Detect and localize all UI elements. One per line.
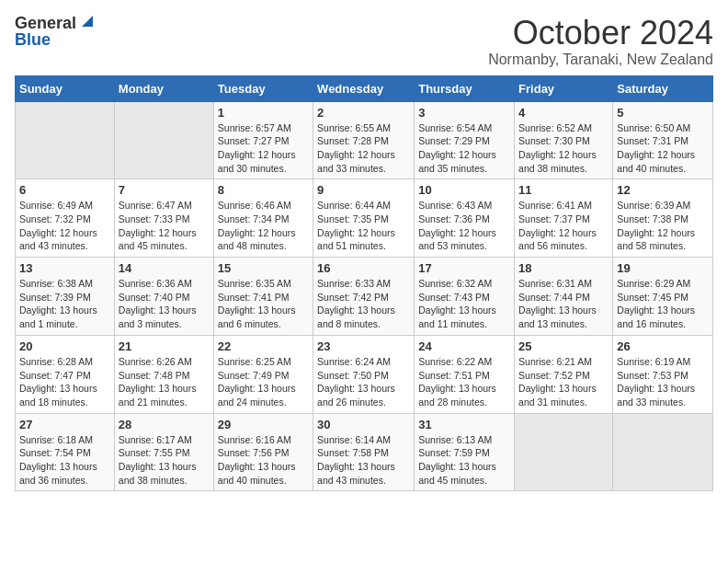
calendar-cell: 3Sunrise: 6:54 AM Sunset: 7:29 PM Daylig… xyxy=(415,101,515,179)
day-info: Sunrise: 6:22 AM Sunset: 7:51 PM Dayligh… xyxy=(418,355,510,409)
calendar-cell: 9Sunrise: 6:44 AM Sunset: 7:35 PM Daylig… xyxy=(313,179,415,258)
day-info: Sunrise: 6:24 AM Sunset: 7:50 PM Dayligh… xyxy=(317,355,410,409)
day-info: Sunrise: 6:17 AM Sunset: 7:55 PM Dayligh… xyxy=(119,433,210,488)
day-info: Sunrise: 6:36 AM Sunset: 7:40 PM Dayligh… xyxy=(119,277,210,331)
calendar-cell: 12Sunrise: 6:39 AM Sunset: 7:38 PM Dayli… xyxy=(613,179,713,258)
day-number: 9 xyxy=(317,183,410,197)
day-number: 24 xyxy=(418,339,510,353)
day-number: 11 xyxy=(518,183,609,197)
calendar-cell: 4Sunrise: 6:52 AM Sunset: 7:30 PM Daylig… xyxy=(515,101,613,179)
week-row-3: 13Sunrise: 6:38 AM Sunset: 7:39 PM Dayli… xyxy=(16,258,713,336)
header-cell-saturday: Saturday xyxy=(613,75,713,101)
day-info: Sunrise: 6:49 AM Sunset: 7:32 PM Dayligh… xyxy=(19,199,110,253)
logo-triangle-icon xyxy=(78,14,93,29)
day-info: Sunrise: 6:55 AM Sunset: 7:28 PM Dayligh… xyxy=(317,121,410,176)
day-info: Sunrise: 6:26 AM Sunset: 7:48 PM Dayligh… xyxy=(119,355,210,409)
day-info: Sunrise: 6:47 AM Sunset: 7:33 PM Dayligh… xyxy=(119,199,210,253)
calendar-cell: 17Sunrise: 6:32 AM Sunset: 7:43 PM Dayli… xyxy=(415,258,515,336)
day-number: 4 xyxy=(518,106,609,120)
day-info: Sunrise: 6:38 AM Sunset: 7:39 PM Dayligh… xyxy=(19,277,110,331)
day-number: 18 xyxy=(518,261,609,275)
day-info: Sunrise: 6:14 AM Sunset: 7:58 PM Dayligh… xyxy=(317,433,410,488)
logo-general-text: General xyxy=(15,15,76,31)
logo: General Blue xyxy=(15,15,93,49)
day-number: 2 xyxy=(317,106,410,120)
calendar-cell: 16Sunrise: 6:33 AM Sunset: 7:42 PM Dayli… xyxy=(313,258,415,336)
day-info: Sunrise: 6:28 AM Sunset: 7:47 PM Dayligh… xyxy=(19,355,110,409)
day-info: Sunrise: 6:13 AM Sunset: 7:59 PM Dayligh… xyxy=(418,433,510,488)
calendar-cell: 11Sunrise: 6:41 AM Sunset: 7:37 PM Dayli… xyxy=(515,179,613,258)
calendar-cell xyxy=(515,413,613,491)
location-subtitle: Normanby, Taranaki, New Zealand xyxy=(488,52,713,68)
header-cell-thursday: Thursday xyxy=(415,75,515,101)
page-header: General Blue October 2024 Normanby, Tara… xyxy=(15,15,713,68)
day-number: 14 xyxy=(119,261,210,275)
calendar-cell: 7Sunrise: 6:47 AM Sunset: 7:33 PM Daylig… xyxy=(114,179,213,258)
calendar-cell: 24Sunrise: 6:22 AM Sunset: 7:51 PM Dayli… xyxy=(415,335,515,413)
day-info: Sunrise: 6:39 AM Sunset: 7:38 PM Dayligh… xyxy=(617,199,709,253)
day-number: 7 xyxy=(119,183,210,197)
svg-marker-0 xyxy=(82,16,93,27)
day-number: 29 xyxy=(218,418,309,431)
header-cell-wednesday: Wednesday xyxy=(313,75,415,101)
day-number: 27 xyxy=(19,418,110,431)
calendar-cell: 23Sunrise: 6:24 AM Sunset: 7:50 PM Dayli… xyxy=(313,335,415,413)
calendar-cell: 5Sunrise: 6:50 AM Sunset: 7:31 PM Daylig… xyxy=(613,101,713,179)
calendar-cell: 22Sunrise: 6:25 AM Sunset: 7:49 PM Dayli… xyxy=(213,335,313,413)
day-info: Sunrise: 6:25 AM Sunset: 7:49 PM Dayligh… xyxy=(218,355,309,409)
day-info: Sunrise: 6:31 AM Sunset: 7:44 PM Dayligh… xyxy=(518,277,609,331)
day-info: Sunrise: 6:32 AM Sunset: 7:43 PM Dayligh… xyxy=(418,277,510,331)
day-number: 23 xyxy=(317,339,410,353)
calendar-cell: 6Sunrise: 6:49 AM Sunset: 7:32 PM Daylig… xyxy=(16,179,115,258)
day-number: 10 xyxy=(418,183,510,197)
day-info: Sunrise: 6:54 AM Sunset: 7:29 PM Dayligh… xyxy=(418,121,510,176)
day-info: Sunrise: 6:33 AM Sunset: 7:42 PM Dayligh… xyxy=(317,277,410,331)
calendar-cell: 27Sunrise: 6:18 AM Sunset: 7:54 PM Dayli… xyxy=(16,413,115,491)
title-block: October 2024 Normanby, Taranaki, New Zea… xyxy=(488,15,713,68)
calendar-cell xyxy=(613,413,713,491)
month-title: October 2024 xyxy=(488,15,713,52)
day-info: Sunrise: 6:18 AM Sunset: 7:54 PM Dayligh… xyxy=(19,433,110,488)
calendar-cell xyxy=(16,101,115,179)
day-number: 19 xyxy=(617,261,709,275)
calendar-cell: 18Sunrise: 6:31 AM Sunset: 7:44 PM Dayli… xyxy=(515,258,613,336)
calendar-cell: 19Sunrise: 6:29 AM Sunset: 7:45 PM Dayli… xyxy=(613,258,713,336)
day-number: 1 xyxy=(218,106,309,120)
calendar-cell: 26Sunrise: 6:19 AM Sunset: 7:53 PM Dayli… xyxy=(613,335,713,413)
calendar-cell: 29Sunrise: 6:16 AM Sunset: 7:56 PM Dayli… xyxy=(213,413,313,491)
day-info: Sunrise: 6:21 AM Sunset: 7:52 PM Dayligh… xyxy=(518,355,609,409)
week-row-5: 27Sunrise: 6:18 AM Sunset: 7:54 PM Dayli… xyxy=(16,413,713,491)
day-number: 22 xyxy=(218,339,309,353)
day-number: 17 xyxy=(418,261,510,275)
day-number: 5 xyxy=(617,106,709,120)
logo-blue-text: Blue xyxy=(15,30,51,49)
calendar-table: SundayMondayTuesdayWednesdayThursdayFrid… xyxy=(15,75,713,492)
week-row-1: 1Sunrise: 6:57 AM Sunset: 7:27 PM Daylig… xyxy=(16,101,713,179)
calendar-cell: 25Sunrise: 6:21 AM Sunset: 7:52 PM Dayli… xyxy=(515,335,613,413)
day-info: Sunrise: 6:35 AM Sunset: 7:41 PM Dayligh… xyxy=(218,277,309,331)
day-info: Sunrise: 6:52 AM Sunset: 7:30 PM Dayligh… xyxy=(518,121,609,176)
day-number: 13 xyxy=(19,261,110,275)
day-number: 26 xyxy=(617,339,709,353)
day-number: 12 xyxy=(617,183,709,197)
day-number: 20 xyxy=(19,339,110,353)
calendar-cell: 21Sunrise: 6:26 AM Sunset: 7:48 PM Dayli… xyxy=(114,335,213,413)
day-number: 25 xyxy=(518,339,609,353)
day-number: 8 xyxy=(218,183,309,197)
calendar-cell: 31Sunrise: 6:13 AM Sunset: 7:59 PM Dayli… xyxy=(415,413,515,491)
day-number: 16 xyxy=(317,261,410,275)
day-info: Sunrise: 6:44 AM Sunset: 7:35 PM Dayligh… xyxy=(317,199,410,253)
day-info: Sunrise: 6:46 AM Sunset: 7:34 PM Dayligh… xyxy=(218,199,309,253)
calendar-body: 1Sunrise: 6:57 AM Sunset: 7:27 PM Daylig… xyxy=(16,101,713,491)
calendar-cell: 8Sunrise: 6:46 AM Sunset: 7:34 PM Daylig… xyxy=(213,179,313,258)
header-cell-tuesday: Tuesday xyxy=(213,75,313,101)
day-info: Sunrise: 6:29 AM Sunset: 7:45 PM Dayligh… xyxy=(617,277,709,331)
day-info: Sunrise: 6:41 AM Sunset: 7:37 PM Dayligh… xyxy=(518,199,609,253)
day-number: 30 xyxy=(317,418,410,431)
day-info: Sunrise: 6:16 AM Sunset: 7:56 PM Dayligh… xyxy=(218,433,309,488)
day-info: Sunrise: 6:43 AM Sunset: 7:36 PM Dayligh… xyxy=(418,199,510,253)
calendar-cell: 1Sunrise: 6:57 AM Sunset: 7:27 PM Daylig… xyxy=(213,101,313,179)
day-number: 31 xyxy=(418,418,510,431)
calendar-cell: 20Sunrise: 6:28 AM Sunset: 7:47 PM Dayli… xyxy=(16,335,115,413)
day-number: 6 xyxy=(19,183,110,197)
